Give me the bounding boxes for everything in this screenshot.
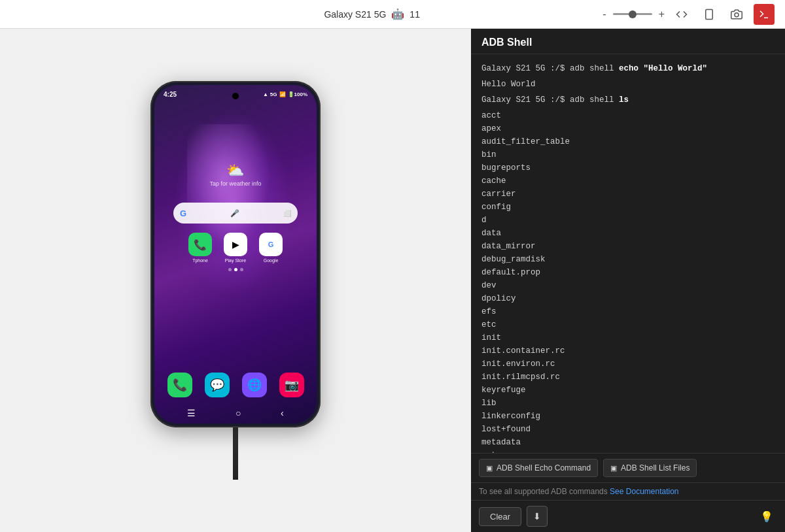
adb-dir-item: data_mirror bbox=[481, 240, 775, 253]
adb-dir-item: audit_filter_table bbox=[481, 135, 775, 148]
adb-dir-item: dev bbox=[481, 279, 775, 292]
weather-text: Tap for weather info bbox=[209, 180, 261, 187]
weather-widget[interactable]: ⛅ Tap for weather info bbox=[209, 162, 261, 187]
top-bar: Galaxy S21 5G 🤖 11 - + bbox=[0, 0, 785, 29]
clear-button[interactable]: Clear bbox=[479, 507, 521, 526]
adb-dir-item: acct bbox=[481, 109, 775, 122]
zoom-control[interactable] bbox=[613, 13, 652, 15]
dock-phone[interactable]: 📞 bbox=[167, 373, 192, 397]
svg-rect-0 bbox=[706, 9, 713, 19]
zoom-plus[interactable]: + bbox=[659, 8, 665, 20]
home-content: ⛅ Tap for weather info G 🎤 ⬜ bbox=[154, 103, 317, 424]
lens-icon[interactable]: ⬜ bbox=[283, 210, 291, 217]
phone-link-button[interactable] bbox=[699, 4, 720, 25]
playstore-icon: ▶ bbox=[232, 239, 239, 250]
lightbulb-button[interactable]: 💡 bbox=[756, 506, 777, 527]
dock-browser[interactable]: 🌐 bbox=[242, 373, 267, 397]
screenshot-button[interactable] bbox=[726, 4, 747, 25]
dot-2 bbox=[234, 268, 237, 271]
list-files-icon: ▣ bbox=[610, 464, 617, 473]
adb-dir-item: init bbox=[481, 331, 775, 344]
nav-bar: ☰ ○ ‹ bbox=[154, 408, 317, 418]
nav-back[interactable]: ‹ bbox=[281, 408, 284, 418]
mic-icon[interactable]: 🎤 bbox=[230, 209, 239, 218]
adb-list-files-button[interactable]: ▣ ADB Shell List Files bbox=[603, 459, 697, 477]
app-icon-row: 📞 Tphone ▶ Play Store bbox=[188, 233, 283, 263]
adb-dir-item: data bbox=[481, 227, 775, 240]
adb-output-text: Hello World bbox=[481, 78, 775, 91]
dock-messages[interactable]: 💬 bbox=[205, 373, 230, 397]
adb-dir-item: efs bbox=[481, 305, 775, 318]
google-label: Google bbox=[264, 258, 279, 263]
adb-dir-item: carrier bbox=[481, 188, 775, 201]
dock: 📞 💬 🌐 📷 bbox=[161, 373, 310, 397]
page-dots bbox=[228, 268, 243, 271]
main-content: 4:25 ▲ 5G 📶 🔋100% ⛅ Tap for bbox=[0, 29, 785, 532]
adb-dir-item: linkerconfig bbox=[481, 410, 775, 423]
device-name: Galaxy S21 5G bbox=[324, 9, 386, 20]
adb-title: ADB Shell bbox=[481, 37, 532, 48]
adb-dir-item: cache bbox=[481, 175, 775, 188]
adb-dir-item: default.prop bbox=[481, 266, 775, 279]
google-icon: G bbox=[268, 241, 274, 248]
see-documentation-link[interactable]: See Documentation bbox=[610, 487, 678, 496]
usb-cable bbox=[233, 427, 238, 480]
adb-dir-item: apex bbox=[481, 122, 775, 135]
dock-camera[interactable]: 📷 bbox=[279, 373, 304, 397]
adb-command-line: Galaxy S21 5G :/$ adb shell ls bbox=[481, 93, 775, 107]
phone-frame[interactable]: 4:25 ▲ 5G 📶 🔋100% ⛅ Tap for bbox=[150, 81, 321, 427]
app-playstore[interactable]: ▶ Play Store bbox=[224, 233, 247, 263]
adb-dir-item: lost+found bbox=[481, 423, 775, 436]
app-tphone[interactable]: 📞 Tphone bbox=[188, 233, 212, 263]
nav-home[interactable]: ○ bbox=[236, 408, 241, 418]
search-bar[interactable]: G 🎤 ⬜ bbox=[173, 203, 298, 224]
svg-point-2 bbox=[735, 12, 739, 16]
adb-dir-item: init.rilmcpsd.rc bbox=[481, 371, 775, 384]
adb-dir-item: d bbox=[481, 214, 775, 227]
adb-dir-item: init.environ.rc bbox=[481, 357, 775, 371]
camera-hole bbox=[232, 93, 239, 99]
tphone-label: Tphone bbox=[192, 258, 208, 263]
adb-output[interactable]: Galaxy S21 5G :/$ adb shell echo "Hello … bbox=[471, 54, 785, 453]
adb-dir-item: keyrefuge bbox=[481, 384, 775, 397]
playstore-label: Play Store bbox=[225, 258, 246, 263]
status-icons: ▲ 5G 📶 🔋100% bbox=[263, 91, 307, 97]
adb-dir-item: debug_ramdisk bbox=[481, 253, 775, 266]
adb-dir-item: etc bbox=[481, 318, 775, 331]
tphone-icon: 📞 bbox=[194, 239, 207, 251]
device-info: Galaxy S21 5G 🤖 11 bbox=[324, 8, 420, 20]
adb-dir-item: init.container.rc bbox=[481, 344, 775, 357]
code-editor-button[interactable] bbox=[671, 4, 692, 25]
dot-3 bbox=[240, 268, 243, 271]
google-g-icon: G bbox=[180, 208, 186, 218]
phone-area: 4:25 ▲ 5G 📶 🔋100% ⛅ Tap for bbox=[0, 29, 471, 532]
zoom-minus[interactable]: - bbox=[602, 8, 606, 20]
download-button[interactable]: ⬇ bbox=[527, 506, 548, 527]
toolbar-right: - + bbox=[602, 4, 775, 25]
android-version: 11 bbox=[410, 9, 420, 20]
adb-echo-button[interactable]: ▣ ADB Shell Echo Command bbox=[479, 459, 598, 477]
adb-header: ADB Shell bbox=[471, 29, 785, 54]
app-google[interactable]: G Google bbox=[259, 233, 283, 263]
phone-screen[interactable]: 4:25 ▲ 5G 📶 🔋100% ⛅ Tap for bbox=[154, 85, 317, 424]
time-display: 4:25 bbox=[164, 91, 177, 98]
weather-icon: ⛅ bbox=[226, 162, 244, 179]
doc-text: To see all supported ADB commands bbox=[479, 487, 610, 496]
adb-dir-item: metadata bbox=[481, 436, 775, 449]
adb-shell-button[interactable] bbox=[754, 4, 775, 25]
nav-recents[interactable]: ☰ bbox=[187, 408, 196, 418]
adb-quick-buttons: ▣ ADB Shell Echo Command ▣ ADB Shell Lis… bbox=[471, 453, 785, 482]
adb-dir-item: lib bbox=[481, 397, 775, 410]
adb-panel: ADB Shell Galaxy S21 5G :/$ adb shell ec… bbox=[471, 29, 785, 532]
adb-dir-item: bin bbox=[481, 148, 775, 161]
list-files-btn-label: ADB Shell List Files bbox=[621, 463, 689, 473]
adb-bottom-bar: Clear ⬇ 💡 bbox=[471, 500, 785, 532]
adb-doc-line: To see all supported ADB commands See Do… bbox=[471, 482, 785, 500]
android-icon: 🤖 bbox=[391, 8, 404, 20]
adb-dir-item: config bbox=[481, 201, 775, 214]
dot-1 bbox=[228, 268, 232, 271]
phone-wrapper: 4:25 ▲ 5G 📶 🔋100% ⛅ Tap for bbox=[150, 81, 321, 480]
adb-dir-item: dpolicy bbox=[481, 292, 775, 305]
adb-command-line: Galaxy S21 5G :/$ adb shell echo "Hello … bbox=[481, 62, 775, 75]
echo-btn-label: ADB Shell Echo Command bbox=[497, 463, 591, 473]
